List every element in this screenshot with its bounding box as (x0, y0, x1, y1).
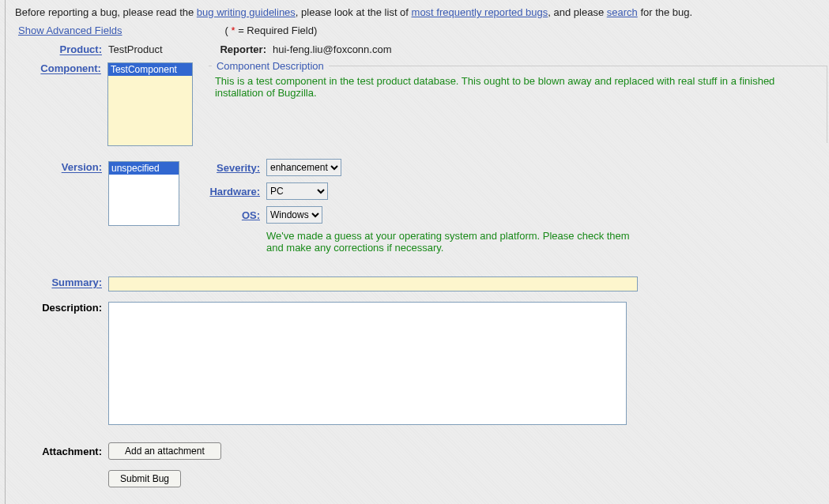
os-select[interactable]: Windows (266, 206, 322, 224)
product-label[interactable]: Product: (15, 41, 108, 55)
component-description-text: This is a test component in the test pro… (209, 72, 827, 105)
reporter-value: hui-feng.liu@foxconn.com (273, 41, 392, 55)
component-description-box: Component Description This is a test com… (209, 60, 827, 143)
intro-mid1: , please look at the list of (296, 6, 412, 18)
hardware-select[interactable]: PC (266, 182, 328, 200)
bug-writing-guidelines-link[interactable]: bug writing guidelines (197, 6, 296, 18)
os-label[interactable]: OS: (195, 209, 266, 221)
intro-mid2: , and please (548, 6, 606, 18)
search-link[interactable]: search (607, 6, 638, 18)
submit-bug-button[interactable]: Submit Bug (108, 470, 181, 487)
bug-entry-form: Before reporting a bug, please read the … (5, 0, 829, 504)
product-value: TestProduct (108, 41, 195, 55)
intro-post: for the bug. (638, 6, 692, 18)
intro-pre: Before reporting a bug, please read the (15, 6, 197, 18)
severity-select[interactable]: enhancement (266, 159, 341, 176)
reporter-label[interactable]: Reporter: (220, 43, 266, 55)
version-option-selected[interactable]: unspecified (109, 162, 179, 175)
component-label[interactable]: Component: (15, 60, 107, 74)
summary-input[interactable] (108, 276, 638, 291)
intro-text: Before reporting a bug, please read the … (15, 6, 829, 18)
os-guess-note: We've made a guess at your operating sys… (266, 230, 630, 254)
summary-label[interactable]: Summary: (15, 274, 108, 288)
description-textarea[interactable] (108, 302, 627, 425)
component-description-title: Component Description (212, 60, 329, 72)
version-listbox[interactable]: unspecified (108, 161, 179, 226)
add-attachment-button[interactable]: Add an attachment (108, 442, 221, 460)
attachment-label: Attachment: (15, 443, 108, 457)
severity-label[interactable]: Severity: (195, 162, 266, 174)
version-label[interactable]: Version: (15, 159, 108, 173)
required-field-note: ( * = Required Field) (225, 24, 318, 36)
hardware-label[interactable]: Hardware: (195, 186, 266, 197)
component-option-selected[interactable]: TestComponent (108, 63, 192, 76)
most-frequent-bugs-link[interactable]: most frequently reported bugs (412, 6, 548, 18)
description-label: Description: (15, 299, 108, 314)
show-advanced-fields-link[interactable]: Show Advanced Fields (18, 24, 122, 36)
component-listbox[interactable]: TestComponent (107, 62, 193, 146)
